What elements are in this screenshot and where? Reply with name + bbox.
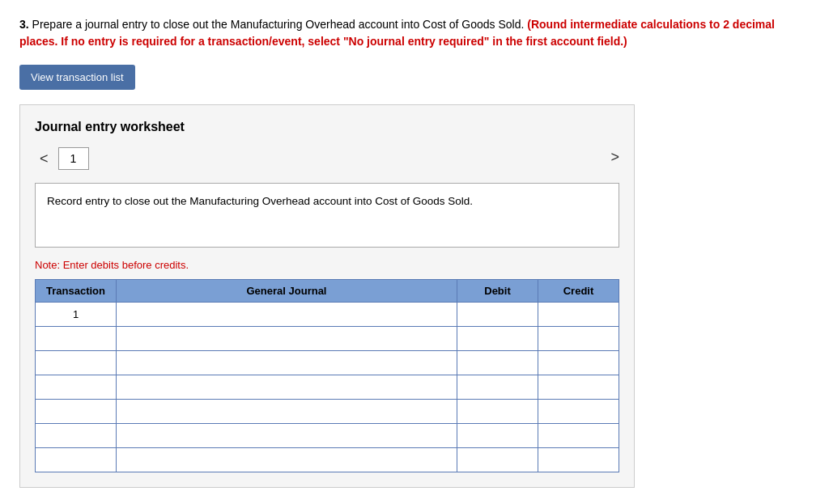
input-credit-0[interactable] bbox=[542, 303, 615, 326]
cell-credit-6[interactable] bbox=[538, 448, 619, 472]
question-container: 3. Prepare a journal entry to close out … bbox=[19, 16, 810, 50]
cell-debit-4[interactable] bbox=[457, 400, 538, 424]
cell-general-journal-0[interactable] bbox=[117, 303, 457, 327]
description-box: Record entry to close out the Manufactur… bbox=[35, 183, 619, 248]
input-debit-2[interactable] bbox=[461, 351, 534, 375]
cell-transaction-3 bbox=[36, 375, 117, 400]
header-transaction: Transaction bbox=[36, 280, 117, 303]
journal-table: Transaction General Journal Debit Credit… bbox=[35, 279, 619, 472]
input-credit-4[interactable] bbox=[542, 400, 615, 423]
input-credit-2[interactable] bbox=[542, 351, 615, 375]
cell-general-journal-2[interactable] bbox=[117, 351, 457, 375]
table-body: 1 bbox=[36, 303, 619, 472]
nav-row: < 1 bbox=[35, 147, 619, 170]
cell-general-journal-5[interactable] bbox=[117, 424, 457, 448]
table-row bbox=[36, 351, 619, 375]
question-body: Prepare a journal entry to close out the… bbox=[32, 18, 528, 31]
input-general-journal-0[interactable] bbox=[120, 303, 453, 326]
note-text: Note: Enter debits before credits. bbox=[35, 259, 619, 271]
input-credit-5[interactable] bbox=[542, 424, 615, 447]
cell-debit-6[interactable] bbox=[457, 448, 538, 472]
cell-debit-0[interactable] bbox=[457, 303, 538, 327]
input-general-journal-1[interactable] bbox=[120, 327, 453, 350]
table-row bbox=[36, 448, 619, 472]
table-row bbox=[36, 375, 619, 400]
question-text: 3. Prepare a journal entry to close out … bbox=[19, 16, 810, 50]
cell-transaction-4 bbox=[36, 400, 117, 424]
table-row: 1 bbox=[36, 303, 619, 327]
cell-credit-0[interactable] bbox=[538, 303, 619, 327]
header-debit: Debit bbox=[457, 280, 538, 303]
view-transaction-list-button[interactable]: View transaction list bbox=[19, 65, 135, 90]
cell-transaction-2 bbox=[36, 351, 117, 375]
input-debit-0[interactable] bbox=[461, 303, 534, 326]
cell-transaction-6 bbox=[36, 448, 117, 472]
cell-credit-3[interactable] bbox=[538, 375, 619, 400]
input-debit-5[interactable] bbox=[461, 424, 534, 447]
nav-left-arrow[interactable]: < bbox=[35, 149, 53, 169]
cell-general-journal-6[interactable] bbox=[117, 448, 457, 472]
cell-general-journal-4[interactable] bbox=[117, 400, 457, 424]
cell-debit-5[interactable] bbox=[457, 424, 538, 448]
cell-transaction-0: 1 bbox=[36, 303, 117, 327]
input-debit-1[interactable] bbox=[461, 327, 534, 350]
input-credit-1[interactable] bbox=[542, 327, 615, 350]
cell-debit-1[interactable] bbox=[457, 327, 538, 351]
cell-debit-3[interactable] bbox=[457, 375, 538, 400]
header-credit: Credit bbox=[538, 280, 619, 303]
input-general-journal-5[interactable] bbox=[120, 424, 453, 447]
input-debit-3[interactable] bbox=[461, 375, 534, 399]
input-debit-6[interactable] bbox=[461, 448, 534, 472]
input-debit-4[interactable] bbox=[461, 400, 534, 423]
input-credit-3[interactable] bbox=[542, 375, 615, 399]
page-number-box: 1 bbox=[58, 147, 89, 170]
question-number: 3. bbox=[19, 18, 29, 31]
cell-transaction-1 bbox=[36, 327, 117, 351]
cell-general-journal-3[interactable] bbox=[117, 375, 457, 400]
nav-right-arrow[interactable]: > bbox=[610, 149, 619, 166]
input-general-journal-2[interactable] bbox=[120, 351, 453, 375]
cell-general-journal-1[interactable] bbox=[117, 327, 457, 351]
input-credit-6[interactable] bbox=[542, 448, 615, 472]
cell-transaction-5 bbox=[36, 424, 117, 448]
input-general-journal-6[interactable] bbox=[120, 448, 453, 472]
page-number: 1 bbox=[70, 152, 77, 165]
cell-credit-4[interactable] bbox=[538, 400, 619, 424]
cell-debit-2[interactable] bbox=[457, 351, 538, 375]
table-row bbox=[36, 327, 619, 351]
worksheet-title: Journal entry worksheet bbox=[35, 120, 619, 134]
worksheet-container: Journal entry worksheet < 1 > Record ent… bbox=[19, 104, 635, 488]
table-header-row: Transaction General Journal Debit Credit bbox=[36, 280, 619, 303]
header-general-journal: General Journal bbox=[117, 280, 457, 303]
input-general-journal-4[interactable] bbox=[120, 400, 453, 423]
cell-credit-2[interactable] bbox=[538, 351, 619, 375]
description-text: Record entry to close out the Manufactur… bbox=[47, 195, 473, 207]
cell-credit-5[interactable] bbox=[538, 424, 619, 448]
input-general-journal-3[interactable] bbox=[120, 375, 453, 399]
cell-credit-1[interactable] bbox=[538, 327, 619, 351]
table-row bbox=[36, 400, 619, 424]
table-row bbox=[36, 424, 619, 448]
